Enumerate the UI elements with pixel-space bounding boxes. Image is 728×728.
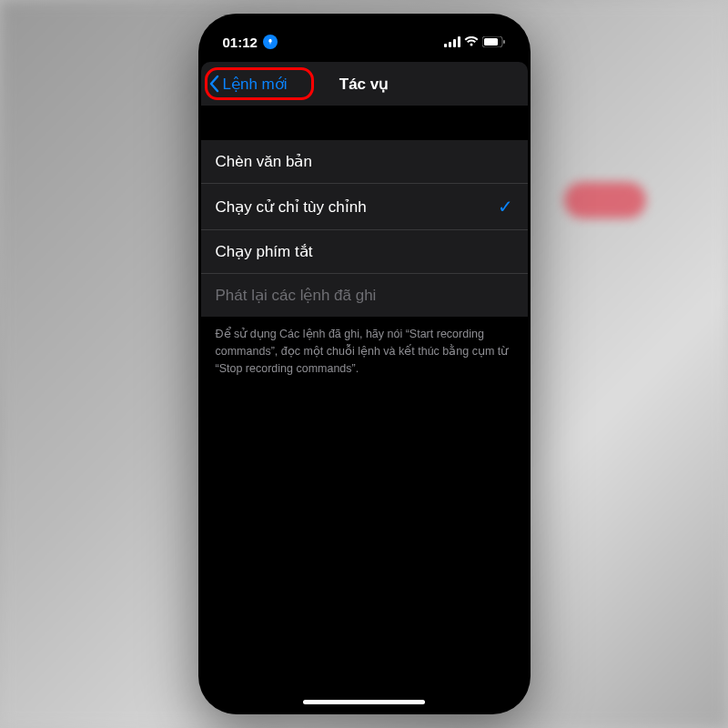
microphone-indicator-icon: [263, 35, 278, 49]
svg-rect-8: [503, 40, 505, 44]
svg-rect-5: [458, 36, 460, 47]
svg-rect-4: [453, 39, 456, 47]
list-item-label: Chèn văn bản: [216, 152, 312, 171]
checkmark-icon: ✓: [498, 196, 513, 217]
action-list: Chèn văn bản Chạy cử chỉ tùy chỉnh ✓ Chạ…: [201, 140, 528, 317]
footer-description: Để sử dụng Các lệnh đã ghi, hãy nói “Sta…: [201, 317, 528, 386]
list-item-label: Phát lại các lệnh đã ghi: [216, 286, 377, 305]
background-red-blob: [564, 182, 646, 218]
chevron-left-icon: [208, 75, 219, 93]
battery-icon: [482, 36, 506, 47]
list-item-label: Chạy phím tắt: [216, 242, 313, 261]
back-button[interactable]: Lệnh mới: [208, 75, 288, 94]
status-right: [444, 36, 506, 47]
back-button-label: Lệnh mới: [223, 75, 288, 94]
svg-rect-3: [449, 42, 451, 47]
svg-rect-0: [268, 39, 271, 43]
section-spacer: [201, 106, 528, 140]
svg-rect-7: [484, 38, 498, 46]
list-item-run-custom-gesture[interactable]: Chạy cử chỉ tùy chỉnh ✓: [201, 184, 528, 230]
navigation-bar: Lệnh mới Tác vụ: [201, 62, 528, 106]
list-item-label: Chạy cử chỉ tùy chỉnh: [216, 197, 367, 217]
status-time: 01:12: [223, 35, 258, 50]
home-indicator[interactable]: [303, 700, 425, 704]
wifi-icon: [464, 36, 479, 47]
status-left: 01:12: [223, 35, 278, 50]
svg-rect-1: [269, 43, 270, 45]
list-item-run-shortcut[interactable]: Chạy phím tắt: [201, 230, 528, 274]
svg-rect-2: [444, 44, 447, 47]
list-item-replay-recorded: Phát lại các lệnh đã ghi: [201, 274, 528, 317]
phone-screen: 01:12 Lệnh mới Tác vụ Ch: [201, 16, 528, 712]
phone-frame: 01:12 Lệnh mới Tác vụ Ch: [198, 14, 531, 714]
cellular-signal-icon: [444, 36, 460, 47]
list-item-insert-text[interactable]: Chèn văn bản: [201, 140, 528, 184]
status-bar: 01:12: [201, 16, 528, 56]
